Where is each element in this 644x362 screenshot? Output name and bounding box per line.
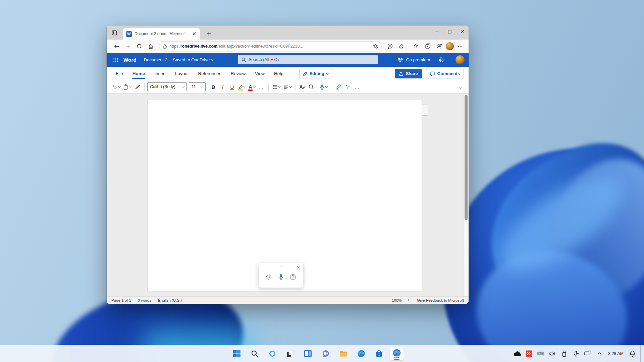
undo-button[interactable] bbox=[111, 82, 121, 92]
home-button[interactable] bbox=[146, 41, 156, 51]
tab-layout[interactable]: Layout bbox=[171, 67, 193, 80]
zoom-level[interactable]: 100% bbox=[392, 298, 401, 302]
go-premium-button[interactable]: Go premium bbox=[397, 57, 430, 63]
font-size-select[interactable]: 11 bbox=[189, 82, 206, 91]
font-color-button[interactable]: A bbox=[248, 82, 256, 92]
editor-button[interactable] bbox=[334, 82, 343, 92]
chat-icon[interactable] bbox=[385, 41, 395, 51]
add-favorite-icon[interactable] bbox=[371, 42, 379, 50]
widgets-button[interactable] bbox=[301, 347, 315, 360]
back-button[interactable] bbox=[111, 41, 121, 51]
cortana-button[interactable] bbox=[266, 347, 279, 360]
close-icon[interactable] bbox=[296, 264, 301, 270]
usb-device-icon[interactable] bbox=[560, 349, 569, 359]
browser-navbar: https://onedrive.live.com/edit.aspx?acti… bbox=[107, 40, 469, 53]
highlighter-icon bbox=[238, 85, 243, 89]
page-count[interactable]: Page 1 of 1 bbox=[111, 298, 131, 302]
comments-button[interactable]: Comments bbox=[426, 69, 464, 78]
dictation-microphone-icon[interactable] bbox=[276, 272, 285, 282]
volume-icon[interactable] bbox=[548, 349, 557, 359]
format-painter-button[interactable] bbox=[133, 82, 142, 92]
bullets-button[interactable] bbox=[271, 82, 282, 92]
zoom-out-button[interactable]: − bbox=[384, 298, 386, 303]
app-launcher-icon[interactable] bbox=[111, 56, 120, 64]
forward-button[interactable] bbox=[123, 41, 133, 51]
edge-button[interactable] bbox=[355, 347, 368, 360]
underline-button[interactable]: U bbox=[228, 82, 236, 92]
tab-view[interactable]: View bbox=[251, 67, 269, 80]
minimize-button[interactable] bbox=[430, 25, 443, 38]
scrollbar-thumb[interactable] bbox=[465, 95, 468, 220]
highlight-color-button[interactable] bbox=[237, 82, 247, 92]
extensions-icon[interactable] bbox=[396, 41, 407, 51]
dictation-buttons bbox=[259, 272, 303, 282]
ribbon-right-group: Share Comments bbox=[395, 69, 464, 78]
more-commands-button[interactable]: … bbox=[353, 82, 362, 92]
task-view-button[interactable] bbox=[283, 347, 297, 360]
file-explorer-button[interactable] bbox=[337, 347, 350, 360]
show-desktop-button[interactable] bbox=[640, 345, 642, 362]
page-side-button[interactable] bbox=[422, 105, 428, 116]
new-tab-button[interactable] bbox=[205, 29, 213, 38]
italic-button[interactable]: I bbox=[218, 82, 227, 92]
paste-button[interactable] bbox=[122, 82, 132, 92]
drag-handle[interactable] bbox=[278, 265, 284, 267]
feedback-link[interactable]: Give Feedback to Microsoft bbox=[417, 298, 464, 302]
microsoft-store-button[interactable] bbox=[372, 347, 386, 360]
vertical-scrollbar[interactable] bbox=[463, 94, 469, 296]
xbox-controller-icon[interactable] bbox=[536, 349, 545, 359]
browser-menu-icon[interactable] bbox=[455, 41, 465, 51]
collections-icon[interactable] bbox=[423, 41, 433, 51]
tab-home[interactable]: Home bbox=[128, 67, 150, 80]
tab-help[interactable]: Help bbox=[270, 67, 288, 80]
clock[interactable]: 3:28 AM bbox=[607, 351, 625, 356]
styles-button[interactable]: A bbox=[298, 82, 307, 92]
browser-tab[interactable]: W Document 2.docx - Microsoft bbox=[123, 28, 200, 40]
onedrive-cloud-icon[interactable] bbox=[513, 349, 522, 359]
find-button[interactable] bbox=[308, 82, 318, 92]
maximize-button[interactable] bbox=[443, 25, 456, 38]
tab-insert[interactable]: Insert bbox=[150, 67, 170, 80]
tab-close-icon[interactable] bbox=[191, 31, 197, 37]
chevron-down-icon bbox=[459, 86, 462, 88]
settings-gear-icon[interactable] bbox=[437, 56, 445, 64]
tab-references[interactable]: References bbox=[194, 67, 226, 80]
dictation-help-icon[interactable] bbox=[288, 272, 298, 282]
chat-button[interactable] bbox=[319, 347, 332, 360]
search-taskbar-button[interactable] bbox=[248, 347, 261, 360]
alignment-button[interactable] bbox=[282, 82, 292, 92]
start-button[interactable] bbox=[230, 347, 244, 360]
dictation-settings-gear-icon[interactable] bbox=[264, 272, 273, 282]
zoom-in-button[interactable]: + bbox=[407, 298, 410, 303]
close-button[interactable] bbox=[456, 25, 469, 38]
language-selector[interactable]: English (U.S.) bbox=[158, 298, 182, 302]
browser-profile-avatar[interactable] bbox=[446, 42, 454, 50]
word-search-box[interactable] bbox=[238, 55, 378, 64]
word-count[interactable]: 0 words bbox=[138, 298, 151, 302]
account-avatar[interactable] bbox=[455, 55, 465, 64]
tab-review[interactable]: Review bbox=[226, 67, 250, 80]
hidden-icons-chevron[interactable] bbox=[595, 349, 604, 359]
microphone-tray-icon[interactable] bbox=[572, 349, 580, 359]
tab-file[interactable]: File bbox=[111, 67, 127, 80]
tab-actions-icon[interactable] bbox=[111, 29, 118, 37]
more-font-options-button[interactable]: … bbox=[257, 82, 266, 92]
edge-beta-button[interactable]: BETA bbox=[390, 347, 404, 360]
share-button[interactable]: Share bbox=[395, 69, 422, 78]
collapse-ribbon-button[interactable] bbox=[456, 83, 465, 93]
magic-wand-button[interactable] bbox=[343, 82, 352, 92]
refresh-button[interactable] bbox=[134, 41, 144, 51]
anydesk-tray-icon[interactable] bbox=[525, 349, 533, 359]
highlight-color-swatch bbox=[238, 89, 243, 90]
font-name-select[interactable]: Calibri (Body) bbox=[147, 82, 187, 91]
cast-display-icon[interactable] bbox=[583, 349, 592, 359]
notification-bell-icon[interactable] bbox=[628, 349, 637, 359]
person-chat-icon[interactable] bbox=[434, 41, 444, 51]
editing-mode-button[interactable]: Editing bbox=[299, 69, 332, 78]
bold-button[interactable]: B bbox=[209, 82, 218, 92]
document-title[interactable]: Document 2 - Saved to OneDrive bbox=[144, 57, 214, 62]
dictate-button[interactable] bbox=[319, 82, 328, 92]
address-bar[interactable]: https://onedrive.live.com/edit.aspx?acti… bbox=[159, 41, 382, 51]
search-input[interactable] bbox=[249, 57, 374, 62]
favorites-icon[interactable] bbox=[412, 41, 422, 51]
